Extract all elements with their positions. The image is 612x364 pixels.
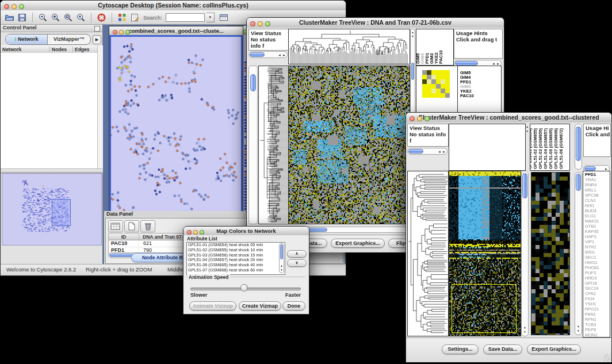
col-id[interactable]: ID [109, 234, 139, 240]
gene-label[interactable]: HRD3 [585, 275, 610, 281]
attribute-select-button[interactable] [108, 220, 123, 232]
tv2-status-scrollbar[interactable]: ◄ ► [407, 148, 447, 155]
matrix-cell[interactable] [427, 79, 431, 84]
save-data-button[interactable]: Save Data... [483, 344, 522, 354]
col-network[interactable]: Network [1, 47, 50, 52]
matrix-cell[interactable] [427, 70, 431, 75]
zoom-window-icon[interactable] [125, 30, 130, 35]
gene-label[interactable]: TCB3 [585, 322, 610, 327]
matrix-cell[interactable] [441, 75, 445, 79]
matrix-cell[interactable] [431, 70, 436, 75]
gene-label[interactable]: PFD1 [585, 172, 610, 177]
gene-label[interactable]: YSH1 [585, 301, 610, 306]
gene-label[interactable]: SEC1 [585, 255, 610, 260]
attribute-item[interactable]: GPL51-06 (GSM865) heat shock 40 min [187, 263, 285, 268]
scroll-down-icon[interactable]: ▼ [577, 329, 580, 332]
matrix-cell[interactable] [445, 75, 450, 79]
scroll-down-icon[interactable]: ▼ [411, 35, 414, 38]
gene-label[interactable]: PUF3 [585, 270, 610, 275]
scroll-down-icon[interactable]: ▼ [526, 129, 529, 133]
matrix-cell[interactable] [441, 84, 445, 89]
matrix-cell[interactable] [427, 75, 431, 79]
gene-label[interactable]: SEC24 [585, 286, 610, 291]
tv1-heatmap[interactable] [288, 66, 410, 224]
dialog-titlebar[interactable]: Map Colors to Network [183, 227, 309, 236]
attribute-item[interactable]: GPL51-03 (GSM856) heat shock 15 min [187, 253, 285, 258]
window-controls[interactable] [187, 228, 206, 235]
window-controls[interactable] [410, 114, 432, 121]
close-icon[interactable] [4, 4, 9, 9]
matrix-cell[interactable] [445, 84, 450, 89]
matrix-cell[interactable] [427, 89, 431, 93]
matrix-cell[interactable] [445, 79, 450, 84]
gene-label[interactable]: PAN1 [585, 312, 610, 317]
settings-button[interactable]: Settings... [442, 344, 479, 354]
gene-label[interactable]: BUD4 [585, 208, 610, 213]
tv1-similarity-matrix[interactable] [422, 70, 450, 98]
gene-label[interactable]: CPA2 [585, 291, 610, 296]
save-session-button[interactable] [17, 12, 28, 23]
matrix-cell[interactable] [427, 84, 431, 89]
col-nodes[interactable]: Nodes [50, 47, 73, 52]
export-graphics-button[interactable]: Export Graphics... [527, 344, 581, 354]
attribute-item[interactable]: GPL51-07 (GSM868) heat shock 60 min [187, 268, 285, 273]
matrix-cell[interactable] [436, 93, 441, 98]
window-controls[interactable] [113, 28, 132, 35]
matrix-cell[interactable] [445, 89, 450, 93]
scroll-thumb[interactable] [576, 127, 581, 161]
vizmapper-icon[interactable] [117, 12, 128, 23]
tv2-column-tree-area[interactable] [449, 124, 526, 171]
zoom-selected-button[interactable] [75, 12, 86, 23]
scroll-up-icon[interactable]: ▲ [577, 324, 580, 328]
matrix-cell[interactable] [422, 84, 427, 89]
matrix-cell[interactable] [441, 79, 445, 84]
matrix-cell[interactable] [436, 75, 441, 79]
close-icon[interactable] [250, 21, 255, 26]
gene-label[interactable]: NTR2 [585, 244, 610, 250]
move-up-button[interactable]: ∧ [287, 250, 307, 258]
scroll-thumb[interactable] [250, 52, 265, 57]
zoom-window-icon[interactable] [19, 4, 24, 9]
matrix-cell[interactable] [422, 93, 427, 98]
matrix-cell[interactable] [436, 89, 441, 93]
minimize-icon[interactable] [193, 230, 198, 235]
zoom-in-button[interactable] [50, 12, 61, 23]
scroll-thumb[interactable] [455, 61, 478, 66]
scroll-up-icon[interactable]: ▲ [411, 30, 414, 34]
matrix-cell[interactable] [436, 70, 441, 75]
scroll-thumb[interactable] [584, 166, 596, 171]
gene-label[interactable]: CLN1 [585, 198, 610, 203]
tab-vizmapper[interactable]: VizMapper™ [48, 35, 90, 44]
new-attribute-button[interactable] [124, 220, 139, 232]
zoom-window-icon[interactable] [265, 21, 270, 26]
matrix-cell[interactable] [441, 93, 445, 98]
scroll-up-icon[interactable]: ▲ [523, 325, 526, 329]
gene-label[interactable]: MAK31 [585, 219, 610, 224]
gene-label[interactable]: HAP3 [585, 234, 610, 239]
close-icon[interactable] [410, 116, 415, 121]
tv2-labels-scrollbar[interactable] [575, 124, 582, 170]
scroll-thumb[interactable] [576, 174, 581, 191]
create-vizmap-button[interactable]: Create Vizmap [239, 301, 281, 311]
matrix-cell[interactable] [422, 89, 427, 93]
main-window-titlebar[interactable]: Cytoscape Desktop (Session Name: collins… [1, 1, 346, 11]
network-frame-titlebar[interactable]: combined_scores_good.txt--cluste... [109, 26, 243, 36]
scroll-thumb[interactable] [250, 74, 256, 91]
gene-label[interactable]: PHO81 [585, 265, 610, 270]
scroll-left-icon[interactable]: ◄ [438, 150, 441, 154]
matrix-cell[interactable] [422, 70, 427, 75]
treeview1-titlebar[interactable]: ClusterMaker TreeView : DNA and Tran 07-… [247, 18, 504, 28]
zoom-fit-button[interactable] [63, 12, 74, 23]
matrix-cell[interactable] [441, 70, 445, 75]
close-icon[interactable] [113, 30, 117, 35]
attribute-item[interactable]: GPL51-02 (GSM855) heat shock 10 min [187, 248, 285, 253]
matrix-cell[interactable] [436, 79, 441, 84]
zoom-window-icon[interactable] [200, 230, 204, 235]
matrix-cell[interactable] [431, 89, 436, 93]
minimize-icon[interactable] [119, 30, 124, 35]
minimize-icon[interactable] [417, 116, 422, 121]
scroll-thumb[interactable] [522, 173, 527, 198]
scroll-right-icon[interactable]: ► [282, 53, 286, 57]
gene-label[interactable]: SPC98 [585, 193, 610, 198]
gene-label[interactable]: YRA1 [585, 177, 610, 182]
